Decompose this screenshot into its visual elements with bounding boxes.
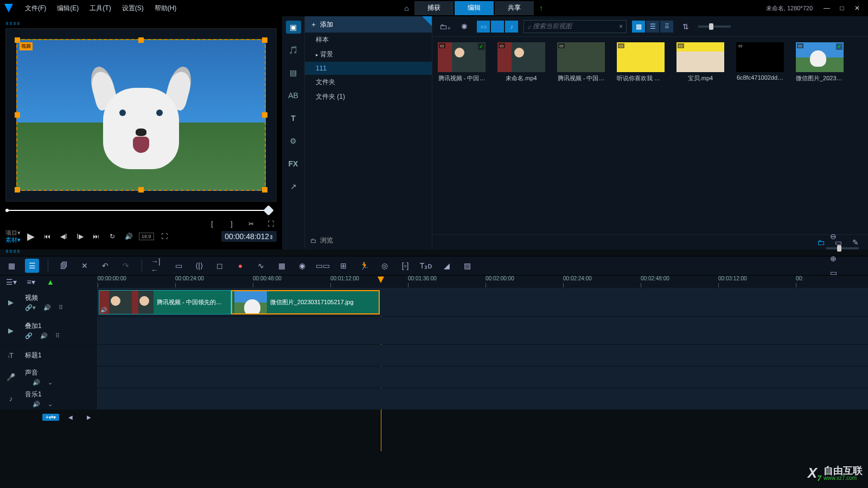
fit-icon[interactable]: ▭ bbox=[171, 259, 186, 273]
mute-icon[interactable]: 🔊 bbox=[43, 304, 51, 311]
track-opts-icon[interactable]: ☰▾ bbox=[4, 275, 18, 289]
menu-tools[interactable]: 工具(T) bbox=[84, 4, 116, 13]
library-clip[interactable]: ▭宝贝.mp4 bbox=[676, 42, 724, 82]
zoom-out-icon[interactable]: ⊖ bbox=[826, 229, 840, 243]
go-start-icon[interactable]: ⏮ bbox=[41, 230, 53, 242]
fx-tab-icon[interactable]: FX bbox=[286, 157, 301, 170]
add-folder-button[interactable]: ＋ 添加 bbox=[305, 16, 432, 33]
link-icon[interactable]: 🔗 bbox=[25, 332, 33, 339]
cut-icon[interactable]: ✂ bbox=[245, 218, 257, 230]
panel-grip-icon[interactable]: ⠿⠿⠿⠿ bbox=[5, 22, 277, 28]
upload-icon[interactable]: ↑ bbox=[534, 1, 548, 15]
copy-icon[interactable]: 🗐 bbox=[57, 259, 71, 273]
playhead-icon[interactable] bbox=[378, 277, 384, 283]
crop-icon[interactable]: ◻ bbox=[213, 259, 227, 273]
blend-icon[interactable]: ◉ bbox=[295, 259, 309, 273]
library-clip[interactable]: ▭✓微信图片_20230… bbox=[796, 42, 844, 82]
title-tab-icon[interactable]: AB bbox=[286, 89, 301, 102]
path-tab-icon[interactable]: ↗ bbox=[286, 180, 301, 193]
mute-icon[interactable]: 🔊 bbox=[33, 379, 40, 386]
minimize-icon[interactable]: — bbox=[820, 3, 833, 14]
scroll-right-icon[interactable]: ▶ bbox=[82, 410, 96, 424]
undo-icon[interactable]: ↶ bbox=[98, 259, 112, 273]
sort-icon[interactable]: ⇅ bbox=[679, 20, 693, 34]
split2-icon[interactable]: ⊞ bbox=[336, 259, 350, 273]
search-input[interactable]: ⌕ 搜索当前视图 × bbox=[524, 20, 627, 33]
fx-icon[interactable]: ⠿ bbox=[59, 304, 63, 311]
library-clip[interactable]: ▭✓腾讯视频 - 中国… bbox=[438, 42, 486, 82]
record-icon[interactable]: ● bbox=[233, 259, 247, 273]
menu-file[interactable]: 文件(F) bbox=[20, 4, 52, 13]
track-toggle-icon[interactable]: ▲ bbox=[43, 275, 58, 289]
thumb-size-slider[interactable] bbox=[698, 25, 731, 28]
expand-icon[interactable]: ⛶ bbox=[265, 218, 277, 230]
zoom-in-icon[interactable]: ⊕ bbox=[826, 252, 840, 266]
home-icon[interactable]: ⌂ bbox=[400, 1, 414, 15]
lib-folder-icon[interactable]: 🗀 bbox=[814, 235, 828, 249]
track-view-icon[interactable]: ≡▾ bbox=[24, 275, 38, 289]
link-icon[interactable]: 🔗▾ bbox=[25, 304, 36, 311]
track-icon[interactable]: ◎ bbox=[378, 259, 392, 273]
mute-icon[interactable]: 🔊 bbox=[40, 332, 48, 339]
tree-item-folder[interactable]: 文件夹 bbox=[305, 75, 432, 89]
tab-share[interactable]: 共享 bbox=[495, 1, 534, 15]
preview-timecode[interactable]: 00:00:48:012⇕ bbox=[221, 231, 277, 242]
mark-out-icon[interactable]: ] bbox=[226, 218, 238, 230]
capture-icon[interactable]: ✺ bbox=[457, 20, 471, 34]
timeline-mode-icon[interactable]: ☰ bbox=[25, 259, 39, 273]
tree-item-111[interactable]: 111 bbox=[305, 62, 432, 75]
mark-in-icon[interactable]: [ bbox=[206, 218, 218, 230]
filter-audio-icon[interactable]: ♪ bbox=[505, 21, 518, 33]
step-back-icon[interactable]: ◀Ⅰ bbox=[58, 230, 69, 242]
play-icon[interactable]: ▶ bbox=[25, 230, 37, 242]
zoom-slider[interactable] bbox=[826, 247, 859, 249]
add-track-button[interactable]: +⇄▾ bbox=[42, 414, 59, 421]
tab-capture[interactable]: 捕获 bbox=[414, 1, 454, 15]
aspect-button[interactable]: 16:9 bbox=[139, 233, 154, 240]
text-tab-icon[interactable]: T bbox=[286, 112, 301, 125]
timeline-ruler[interactable]: 00:00:00:0000:00:24:0000:00:48:0000:01:1… bbox=[98, 275, 868, 288]
stretch-icon[interactable]: ⟨|⟩ bbox=[192, 259, 206, 273]
tools-icon[interactable]: ✕ bbox=[78, 259, 92, 273]
resize-icon[interactable]: ⛶ bbox=[158, 230, 170, 242]
library-clip[interactable]: ▭听说你喜欢我 第… bbox=[617, 42, 665, 82]
filter-image-icon[interactable]: 👤 bbox=[491, 21, 504, 33]
stabilize-icon[interactable]: [▫] bbox=[398, 259, 412, 273]
preview-scrubber[interactable] bbox=[5, 205, 277, 216]
audio-tab-icon[interactable]: 🎵 bbox=[286, 43, 301, 56]
clear-search-icon[interactable]: × bbox=[619, 23, 623, 30]
step-fwd-icon[interactable]: Ⅰ▶ bbox=[74, 230, 86, 242]
go-end-icon[interactable]: ⏭ bbox=[90, 230, 102, 242]
library-clip[interactable]: ▭6c8fc471002dd… bbox=[736, 42, 784, 82]
menu-edit[interactable]: 编辑(E) bbox=[52, 4, 84, 13]
browse-button[interactable]: 🗀 浏览 bbox=[305, 232, 432, 249]
settings-tab-icon[interactable]: ⚙ bbox=[286, 134, 301, 147]
tab-edit[interactable]: 编辑 bbox=[455, 1, 494, 15]
tree-item-sample[interactable]: 样本 bbox=[305, 33, 432, 47]
speed-icon[interactable]: ▦ bbox=[275, 259, 289, 273]
mask-icon[interactable]: ◢ bbox=[439, 259, 454, 273]
library-clip[interactable]: ▭未命名.mp4 bbox=[497, 42, 545, 82]
expand-icon[interactable]: ⌄ bbox=[48, 401, 53, 408]
timeline-clip[interactable]: 🔊 腾讯视频 - 中国领先的… bbox=[99, 290, 231, 314]
panel-grip-icon[interactable]: ⠿⠿⠿⠿ bbox=[0, 249, 868, 256]
media-tab-icon[interactable]: ▣ bbox=[286, 21, 301, 34]
motion-icon[interactable]: 🏃 bbox=[357, 259, 371, 273]
tree-item-folder-1[interactable]: 文件夹 (1) bbox=[305, 89, 432, 104]
preview-viewport[interactable]: 视频 bbox=[5, 28, 277, 202]
menu-help[interactable]: 帮助(H) bbox=[149, 4, 182, 13]
redo-icon[interactable]: ↷ bbox=[119, 259, 133, 273]
library-clip[interactable]: ▭腾讯视频 - 中国… bbox=[557, 42, 605, 82]
colorgrade-icon[interactable]: ▨ bbox=[460, 259, 474, 273]
close-icon[interactable]: ✕ bbox=[851, 3, 864, 14]
view-grid-icon[interactable]: ⠿ bbox=[660, 21, 673, 33]
loop-icon[interactable]: ↻ bbox=[106, 230, 118, 242]
3d-text-icon[interactable]: T₃ᴅ bbox=[419, 259, 433, 273]
menu-settings[interactable]: 设置(S) bbox=[117, 4, 149, 13]
expand-icon[interactable]: ⌄ bbox=[48, 379, 53, 386]
mute-icon[interactable]: 🔊 bbox=[33, 401, 40, 408]
audio-icon[interactable]: ∿ bbox=[254, 259, 268, 273]
pin-icon[interactable] bbox=[422, 16, 432, 26]
view-list-icon[interactable]: ☰ bbox=[646, 21, 659, 33]
transition-tab-icon[interactable]: ▤ bbox=[286, 66, 301, 79]
